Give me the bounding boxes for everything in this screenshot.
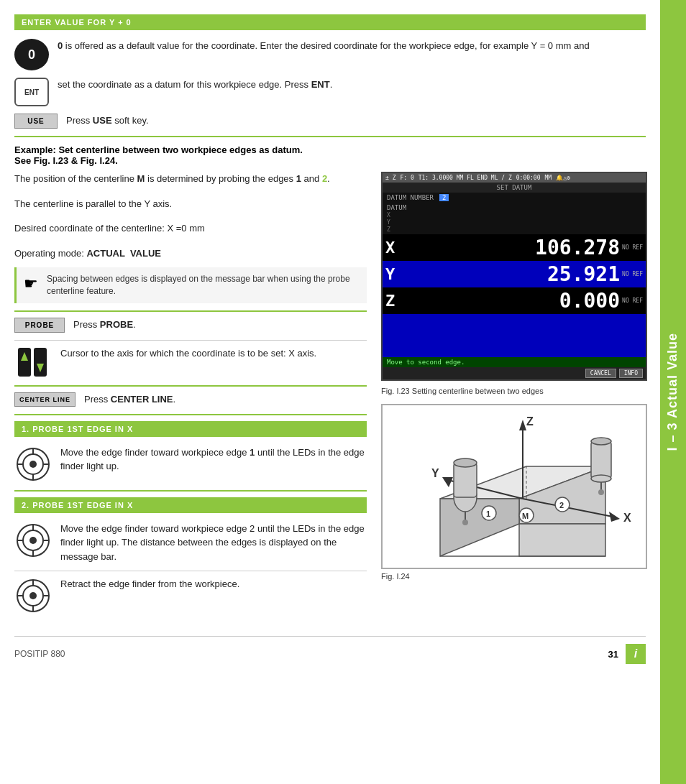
use-key-row: USE Press USE soft key. <box>14 114 646 129</box>
retract-desc: Retract the edge finder from the workpie… <box>60 577 239 591</box>
para3: Desired coordinate of the centerline: X … <box>14 221 367 236</box>
probe1-bar: 1. PROBE 1ST EDGE IN X <box>14 421 367 437</box>
probe2-row: Move the edge finder toward workpiece ed… <box>14 522 367 564</box>
ent-desc: set the coordinate as a datum for this w… <box>58 78 332 92</box>
x-value: 106.278 <box>403 236 620 259</box>
sidebar-label: I – 3 Actual Value <box>665 333 681 451</box>
svg-text:Z: Z <box>526 415 534 428</box>
retract-row: Retract the edge finder from the workpie… <box>14 577 367 614</box>
separator-4 <box>14 385 367 387</box>
use-desc: Press USE soft key. <box>66 114 149 128</box>
edge-finder-2-icon <box>14 522 52 559</box>
svg-point-46 <box>591 438 611 445</box>
probe1-desc: Move the edge finder toward workpiece ed… <box>60 446 367 474</box>
enter-value-bar: ENTER VALUE FOR Y + 0 <box>14 14 646 30</box>
edge-finder-1-icon <box>14 446 52 483</box>
probe-button[interactable]: PROBE <box>14 318 65 333</box>
separator-6 <box>14 490 367 492</box>
screen-datum-label: DATUM XYZ <box>383 203 646 234</box>
main-content: ENTER VALUE FOR Y + 0 0 0 is offered as … <box>0 0 660 678</box>
fig2-drawing: Z X Y <box>381 404 647 569</box>
right-column: ± Z F: 0 T1: 3.0000 MM FL END ML / Z 0:0… <box>381 172 647 622</box>
z-value: 0.000 <box>403 289 620 313</box>
info-icon-box: i <box>626 644 646 664</box>
probe2-bar: 2. PROBE 1ST EDGE IN X <box>14 497 367 513</box>
footer-brand: POSITIP 880 <box>14 649 65 659</box>
datum-number-value: 2 <box>439 194 449 201</box>
separator-3 <box>14 340 367 341</box>
screen-message: Move to second edge. <box>383 357 646 367</box>
svg-text:X: X <box>623 512 631 524</box>
screen-display: ± Z F: 0 T1: 3.0000 MM FL END ML / Z 0:0… <box>381 172 647 381</box>
example-heading: Example: Set centerline between two work… <box>14 144 646 166</box>
svg-point-44 <box>462 520 468 525</box>
svg-text:M: M <box>522 512 529 520</box>
svg-point-20 <box>29 592 37 599</box>
set-datum-label: SET DATUM <box>383 183 646 193</box>
zero-key: 0 <box>14 39 49 70</box>
probe-row: PROBE Press PROBE. <box>14 318 367 333</box>
ent-key: ENT <box>14 78 49 106</box>
hand-icon: ☛ <box>24 275 38 293</box>
svg-point-6 <box>29 461 37 468</box>
svg-marker-29 <box>519 524 605 556</box>
centerline-row: CENTER LINE Press CENTER LINE. <box>14 392 367 407</box>
separator-7 <box>14 571 367 571</box>
zero-key-row: 0 0 is offered as a default value for th… <box>14 39 646 70</box>
two-col-layout: The position of the centerline M is dete… <box>14 172 646 622</box>
probe2-desc: Move the edge finder toward workpiece ed… <box>60 522 367 564</box>
zero-desc: 0 is offered as a default value for the … <box>58 39 590 53</box>
x-axis-label: X <box>385 239 403 257</box>
svg-point-13 <box>29 537 37 544</box>
screen-btn-row: CANCEL INFO <box>383 367 646 379</box>
y-ref: NO REF <box>622 271 643 277</box>
centerline-button[interactable]: CENTER LINE <box>14 392 76 407</box>
para1: The position of the centerline M is dete… <box>14 172 367 186</box>
para2: The centerline is parallel to the Y axis… <box>14 197 367 211</box>
y-axis-label: Y <box>385 265 403 283</box>
separator-1 <box>14 136 646 137</box>
info-button[interactable]: INFO <box>619 369 643 378</box>
z-ref: NO REF <box>622 298 643 304</box>
left-column: The position of the centerline M is dete… <box>14 172 367 622</box>
centerline-desc: Press CENTER LINE. <box>84 392 175 407</box>
page-number: 31 <box>608 649 618 660</box>
note-box: ☛ Spacing between edges is displayed on … <box>14 267 367 303</box>
ent-key-row: ENT set the coordinate as a datum for th… <box>14 78 646 106</box>
probe1-row: Move the edge finder toward workpiece ed… <box>14 446 367 483</box>
page-footer: POSITIP 880 31 i <box>14 636 646 664</box>
screen-blue-area <box>383 314 646 357</box>
svg-text:1: 1 <box>486 509 490 518</box>
y-row: Y 25.921 NO REF <box>383 261 646 287</box>
z-axis-label: Z <box>385 292 403 310</box>
y-value: 25.921 <box>403 262 620 286</box>
use-button[interactable]: USE <box>14 114 58 129</box>
screen-topbar: ± Z F: 0 T1: 3.0000 MM FL END ML / Z 0:0… <box>383 173 646 183</box>
edge-finder-3-icon <box>14 577 52 614</box>
separator-5 <box>14 414 367 415</box>
arrows-row: Cursor to the axis for which the coordin… <box>14 346 367 378</box>
cancel-button[interactable]: CANCEL <box>585 369 616 378</box>
x-ref: NO REF <box>622 244 643 251</box>
arrows-desc: Cursor to the axis for which the coordin… <box>60 346 316 361</box>
note-text: Spacing between edges is displayed on th… <box>47 273 360 298</box>
separator-2 <box>14 310 367 312</box>
sidebar-tab: I – 3 Actual Value <box>660 0 686 784</box>
svg-point-49 <box>598 489 604 495</box>
svg-rect-45 <box>591 441 611 479</box>
fig2-caption: Fig. I.24 <box>381 572 647 581</box>
para4: Operating mode: ACTUAL VALUE <box>14 246 367 261</box>
svg-point-47 <box>591 475 611 482</box>
arrows-icon <box>14 346 52 378</box>
svg-point-42 <box>454 458 477 467</box>
z-row: Z 0.000 NO REF <box>383 287 646 314</box>
svg-text:2: 2 <box>559 501 564 509</box>
fig1-caption: Fig. I.23 Setting centerline between two… <box>381 387 647 395</box>
svg-text:Y: Y <box>431 467 439 479</box>
svg-rect-41 <box>454 463 477 497</box>
probe-desc: Press PROBE. <box>73 318 136 332</box>
datum-number-row: DATUM NUMBER 2 <box>383 193 646 203</box>
x-row: X 106.278 NO REF <box>383 234 646 261</box>
